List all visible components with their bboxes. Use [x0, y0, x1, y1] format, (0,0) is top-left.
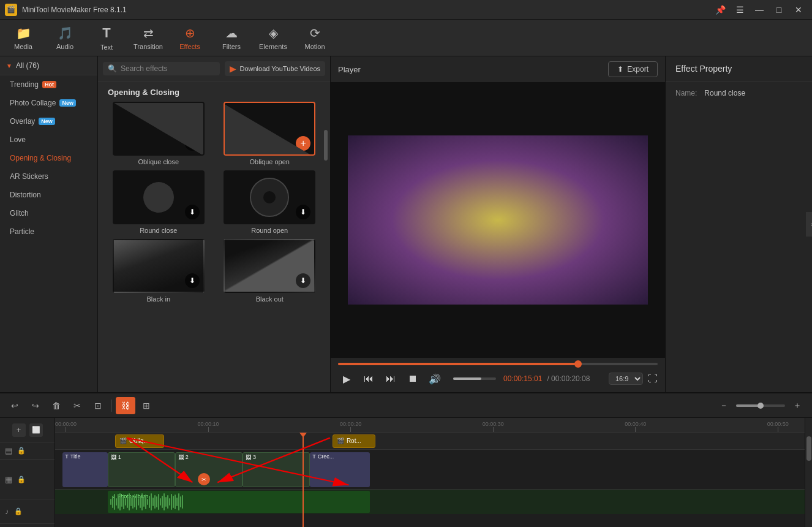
toolbar-motion[interactable]: ⟳ Motion [294, 21, 336, 55]
collapse-panel-button[interactable]: › [806, 212, 812, 237]
video-track-lock[interactable]: 🔒 [17, 476, 26, 483]
next-button[interactable]: ⏭ [382, 370, 399, 387]
sidebar-item-distortion[interactable]: Distortion [0, 186, 97, 204]
export-label: Export [627, 65, 648, 74]
toolbar-text[interactable]: T Text [86, 21, 127, 55]
toolbar-elements[interactable]: ◈ Elements [252, 21, 294, 55]
sidebar-item-opening-closing[interactable]: Opening & Closing [0, 149, 97, 167]
prev-button[interactable]: ⏮ [360, 370, 377, 387]
toolbar-transition[interactable]: ⇄ Transition [127, 21, 169, 55]
current-time: 00:00:15:01 [503, 374, 542, 383]
ruler-mark-30: 00:00:30 [483, 421, 504, 432]
video-clip-3[interactable]: 🖼 3 [242, 452, 310, 487]
effect-item-round-close[interactable]: ⬇ Round close [105, 170, 212, 234]
download-youtube-button[interactable]: ▶ Download YouTube Videos [225, 61, 326, 76]
effect-label-oblique-close: Oblique close [138, 158, 179, 165]
scrollbar-thumb[interactable] [806, 436, 811, 461]
stop-button[interactable]: ⏹ [404, 370, 421, 387]
maximize-button[interactable]: □ [770, 3, 788, 17]
effect-name-value: Round close [704, 89, 745, 97]
effect-thumb-black-in: ⬇ [113, 239, 205, 293]
link-button[interactable]: ⛓ [116, 397, 135, 414]
effect-chip-oblique[interactable]: 🎬 Obliq... [115, 434, 164, 448]
redo-button[interactable]: ↪ [26, 397, 45, 414]
progress-bar[interactable] [338, 363, 658, 365]
toolbar-audio[interactable]: 🎵 Audio [44, 21, 86, 55]
effect-thumb-black-out: ⬇ [224, 239, 315, 293]
close-button[interactable]: ✕ [790, 3, 807, 17]
add-clip-button[interactable]: ⬜ [29, 423, 43, 437]
zoom-slider[interactable] [736, 404, 785, 407]
sidebar-item-particle[interactable]: Particle [0, 222, 97, 241]
youtube-icon: ▶ [230, 64, 236, 74]
magnet-button[interactable]: ⊞ [137, 397, 156, 414]
clip-label-2: 🖼 2 [178, 454, 189, 460]
effect-item-oblique-open[interactable]: + Oblique open [217, 102, 323, 165]
audio-track-lock[interactable]: 🔒 [14, 507, 23, 515]
timeline-body: + ⬜ ▤ 🔒 ▦ 🔒 ♪ 🔒 00:00:00 [0, 418, 812, 527]
add-video-button[interactable]: + [12, 423, 26, 437]
menu-button[interactable]: ☰ [731, 3, 748, 17]
effect-item-black-out[interactable]: ⬇ Black out [217, 239, 323, 303]
effect-item-round-open[interactable]: ⬇ Round open [217, 170, 323, 234]
player-area: Player ⬆ Export ▶ ⏮ ⏭ ⏹ 🔊 [331, 56, 665, 392]
timeline-scrollbar[interactable] [805, 418, 812, 527]
video-clip-1[interactable]: 🖼 1 [108, 452, 175, 487]
sidebar-item-trending[interactable]: Trending Hot [0, 75, 97, 94]
toolbar-filters-label: Filters [222, 43, 241, 50]
effect-track-lock[interactable]: 🔒 [17, 447, 26, 455]
controls-row: ▶ ⏮ ⏭ ⏹ 🔊 00:00:15:01 / 00:00:20:08 16:9… [338, 370, 658, 387]
volume-slider[interactable] [453, 377, 496, 380]
audio-track-controls: ♪ 🔒 [0, 499, 55, 524]
effect-chip-rot[interactable]: 🎬 Rot... [333, 434, 375, 448]
zoom-in-button[interactable]: ＋ [788, 397, 807, 414]
search-box[interactable]: 🔍 Search effects [103, 62, 220, 75]
effect-thumb-round-open: ⬇ [224, 170, 315, 224]
aspect-ratio-select[interactable]: 16:9 4:3 1:1 [609, 373, 643, 385]
video-clip-title[interactable]: T Title [62, 452, 107, 487]
toolbar-filters[interactable]: ☁ Filters [211, 21, 252, 55]
audio-track-icon: ♪ [5, 507, 9, 516]
sidebar-distortion-label: Distortion [10, 191, 41, 199]
window-controls: 📌 ☰ — □ ✕ [712, 3, 807, 17]
timeline-ruler: 00:00:00 00:00:10 00:00:20 00:00:30 00:0… [55, 418, 805, 433]
audio-waveform[interactable]: ♪ Photo Album [108, 491, 370, 513]
volume-button[interactable]: 🔊 [426, 370, 443, 387]
sidebar-item-love[interactable]: Love [0, 131, 97, 149]
main-toolbar: 📁 Media 🎵 Audio T Text ⇄ Transition ⊕ Ef… [0, 20, 812, 56]
sidebar-item-overlay[interactable]: Overlay New [0, 112, 97, 131]
fullscreen-button[interactable]: ⛶ [648, 373, 658, 384]
pin-button[interactable]: 📌 [712, 3, 729, 17]
undo-button[interactable]: ↩ [5, 397, 24, 414]
media-icon: 📁 [16, 26, 31, 40]
sidebar-item-photo-collage[interactable]: Photo Collage New [0, 94, 97, 112]
crop-button[interactable]: ⊡ [88, 397, 108, 414]
sidebar-all-header[interactable]: ▼ All (76) [0, 56, 97, 75]
trending-badge: Hot [42, 81, 56, 88]
export-button[interactable]: ⬆ Export [608, 61, 658, 77]
toolbar-media[interactable]: 📁 Media [2, 21, 44, 55]
effect-item-black-in[interactable]: ⬇ Black in [105, 239, 212, 303]
toolbar-effects-label: Effects [179, 43, 200, 50]
effect-track: 🎬 Obliq... 🎬 Rot... [55, 433, 805, 450]
video-clip-credits[interactable]: T Crec... [310, 452, 370, 487]
timeline-toolbar: ↩ ↪ 🗑 ✂ ⊡ ⛓ ⊞ － ＋ [0, 393, 812, 418]
sidebar-item-glitch[interactable]: Glitch [0, 204, 97, 222]
cut-button[interactable]: ✂ [67, 397, 87, 414]
effect-item-oblique-close[interactable]: ⬇ Oblique close [105, 102, 212, 165]
effect-name-label: Name: [675, 89, 697, 97]
sidebar-ar-stickers-label: AR Stickers [10, 172, 48, 181]
toolbar-effects[interactable]: ⊕ Effects [169, 21, 211, 55]
sidebar-particle-label: Particle [10, 227, 34, 236]
minimize-button[interactable]: — [751, 3, 768, 17]
delete-button[interactable]: 🗑 [47, 397, 66, 414]
effects-grid: ⬇ Oblique close + Oblique open ⬇ Round c… [98, 102, 330, 310]
play-button[interactable]: ▶ [338, 370, 355, 387]
track-controls: + ⬜ ▤ 🔒 ▦ 🔒 ♪ 🔒 [0, 418, 55, 527]
effect-thumb-oblique-open: + [224, 102, 315, 156]
scroll-indicator[interactable] [324, 130, 328, 161]
effect-download-icon: ⬇ [185, 136, 200, 151]
zoom-out-button[interactable]: － [714, 397, 734, 414]
timeline-tracks: 🎬 Obliq... 🎬 Rot... T Title [55, 433, 805, 527]
sidebar-item-ar-stickers[interactable]: AR Stickers [0, 167, 97, 186]
